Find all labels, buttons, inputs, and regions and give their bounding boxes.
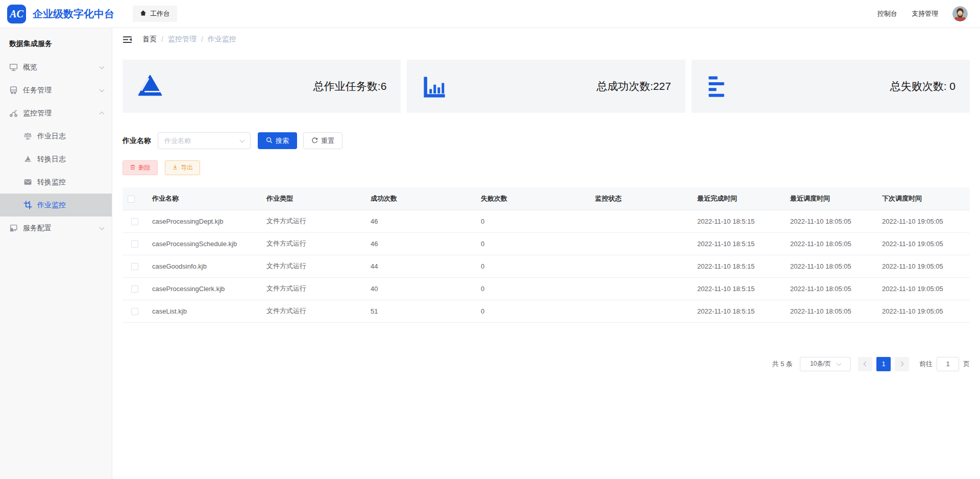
delete-button[interactable]: 删除: [122, 160, 158, 175]
cell-fail-count: 0: [476, 210, 590, 232]
breadcrumb: 首页 / 监控管理 / 作业监控: [142, 35, 236, 44]
cell-job-type: 文件方式运行: [261, 232, 365, 255]
cell-finished-time: 2022-11-10 18:5:15: [692, 232, 785, 255]
breadcrumb-home[interactable]: 首页: [142, 35, 157, 44]
cell-monitor-status: [590, 277, 692, 300]
tab-workbench[interactable]: 工作台: [133, 6, 177, 22]
top-bar: AC 企业级数字化中台 工作台 控制台 支持管理: [0, 0, 980, 28]
job-name-label: 作业名称: [122, 136, 151, 146]
menu-collapse-icon[interactable]: [122, 35, 132, 44]
select-all-checkbox[interactable]: [128, 196, 135, 203]
breadcrumb-job-monitor[interactable]: 作业监控: [208, 35, 236, 44]
next-page-button[interactable]: [895, 357, 909, 371]
cell-fail-count: 0: [476, 255, 590, 277]
reset-button[interactable]: 重置: [303, 132, 342, 149]
sidebar-item-job-log[interactable]: 作业日志: [0, 125, 112, 148]
sidebar-item-monitor-management[interactable]: 监控管理: [0, 102, 112, 125]
column-header: 成功次数: [365, 187, 476, 210]
cell-job-name: caseList.kjb: [147, 300, 261, 322]
row-checkbox[interactable]: [131, 285, 138, 293]
export-button-label: 导出: [181, 163, 193, 172]
person-monitor-icon: [9, 224, 18, 232]
cell-scheduled-time: 2022-11-10 18:05:05: [785, 210, 877, 232]
delete-button-label: 删除: [138, 163, 151, 172]
sidebar-section-title: 数据集成服务: [0, 28, 112, 56]
job-name-select[interactable]: 作业名称: [158, 132, 251, 149]
console-link[interactable]: 控制台: [877, 9, 897, 18]
cell-monitor-status: [590, 255, 692, 277]
stat-label: 总失败次数: 0: [890, 79, 955, 93]
column-header: 作业名称: [147, 187, 261, 210]
column-header: 最近完成时间: [692, 187, 785, 210]
bus-icon: [9, 86, 18, 94]
sidebar-item-label: 服务配置: [23, 224, 52, 233]
sidebar: 数据集成服务 概览 任务管理 监控管理 作业日志: [0, 28, 112, 479]
search-icon: [266, 137, 273, 145]
table-header-row: 作业名称 作业类型 成功次数 失败次数 监控状态 最近完成时间 最近调度时间 下…: [122, 187, 970, 210]
cell-next-time: 2022-11-10 19:05:05: [877, 277, 970, 300]
user-avatar[interactable]: [952, 6, 968, 21]
row-checkbox[interactable]: [131, 263, 138, 270]
cell-fail-count: 0: [476, 300, 590, 322]
list-bars-icon: [706, 73, 732, 100]
cell-next-time: 2022-11-10 19:05:05: [877, 232, 970, 255]
goto-page-input[interactable]: [937, 357, 959, 371]
chevron-down-icon: [100, 87, 105, 92]
search-button[interactable]: 搜索: [258, 132, 297, 149]
sidebar-item-transform-monitor[interactable]: 转换监控: [0, 171, 112, 194]
cell-job-name: caseGoodsinfo.kjb: [147, 255, 261, 277]
drive-icon: [23, 155, 32, 163]
cell-monitor-status: [590, 210, 692, 232]
app-title: 企业级数字化中台: [33, 7, 114, 21]
refresh-icon: [311, 137, 318, 145]
bar-chart-icon: [421, 73, 448, 100]
cell-job-name: caseProcessingClerk.kjb: [147, 277, 261, 300]
stat-cards: 总作业任务数:6 总成功次数:227 总失败次数: 0: [122, 60, 970, 113]
column-header: 最近调度时间: [785, 187, 877, 210]
cell-next-time: 2022-11-10 19:05:05: [877, 300, 970, 322]
sidebar-item-overview[interactable]: 概览: [0, 56, 112, 79]
chevron-right-icon: [899, 362, 904, 367]
cell-job-type: 文件方式运行: [261, 277, 365, 300]
sidebar-item-task-management[interactable]: 任务管理: [0, 79, 112, 102]
breadcrumb-monitor-management[interactable]: 监控管理: [168, 35, 197, 44]
job-name-select-placeholder: 作业名称: [164, 136, 191, 146]
page-size-select[interactable]: 10条/页: [800, 357, 851, 371]
chevron-down-icon: [100, 64, 105, 69]
sidebar-item-label: 作业日志: [37, 132, 66, 141]
cell-job-type: 文件方式运行: [261, 255, 365, 277]
row-checkbox[interactable]: [131, 218, 138, 225]
trash-icon: [130, 164, 136, 172]
cell-finished-time: 2022-11-10 18:5:15: [692, 255, 785, 277]
support-link[interactable]: 支持管理: [912, 9, 938, 18]
cell-success-count: 40: [365, 277, 476, 300]
row-checkbox[interactable]: [131, 308, 138, 315]
column-header: 失败次数: [476, 187, 590, 210]
pagination: 共 5 条 10条/页 1 前往 页: [122, 357, 970, 371]
export-button[interactable]: 导出: [165, 160, 200, 175]
sidebar-item-service-config[interactable]: 服务配置: [0, 217, 112, 240]
sidebar-item-label: 监控管理: [23, 109, 52, 118]
crop-icon: [23, 201, 32, 209]
cell-scheduled-time: 2022-11-10 18:05:05: [785, 232, 877, 255]
table-row: caseProcessingSchedule.kjb 文件方式运行 46 0 2…: [122, 232, 970, 255]
page-number-1[interactable]: 1: [876, 357, 891, 371]
prev-page-button[interactable]: [858, 357, 872, 371]
stat-label: 总作业任务数:6: [313, 79, 387, 93]
row-checkbox[interactable]: [131, 241, 138, 248]
chevron-up-icon: [100, 112, 105, 117]
sidebar-item-job-monitor[interactable]: 作业监控: [0, 194, 112, 217]
chevron-down-icon: [240, 138, 245, 143]
sidebar-item-label: 概览: [23, 63, 37, 72]
download-icon: [172, 164, 178, 172]
cell-success-count: 44: [365, 255, 476, 277]
cell-success-count: 51: [365, 300, 476, 322]
search-button-label: 搜索: [276, 136, 289, 146]
table-row: caseProcessingClerk.kjb 文件方式运行 40 0 2022…: [122, 277, 970, 300]
monitor-icon: [9, 63, 18, 71]
chevron-left-icon: [864, 362, 869, 367]
sidebar-item-transform-log[interactable]: 转换日志: [0, 148, 112, 171]
tab-workbench-label: 工作台: [150, 9, 170, 18]
table-row: caseGoodsinfo.kjb 文件方式运行 44 0 2022-11-10…: [122, 255, 970, 277]
cell-job-type: 文件方式运行: [261, 210, 365, 232]
